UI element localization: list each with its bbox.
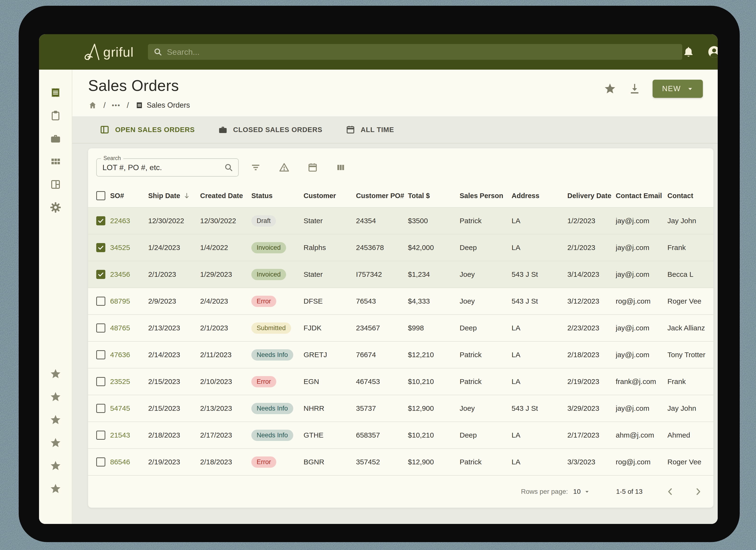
- status-badge: Invoiced: [251, 242, 286, 254]
- column-header-contact[interactable]: Contact: [667, 192, 713, 200]
- column-header-customer[interactable]: Customer: [304, 192, 356, 200]
- column-header-delivery[interactable]: Delivery Date: [567, 192, 616, 200]
- warnings-button[interactable]: [278, 162, 290, 173]
- favorite-star[interactable]: [49, 460, 62, 472]
- date-range-icon: [307, 162, 318, 173]
- row-checkbox[interactable]: [96, 296, 105, 306]
- column-header-sales[interactable]: Sales Person: [460, 192, 512, 200]
- table-search-input[interactable]: [102, 163, 224, 172]
- tab-all-time[interactable]: ALL TIME: [345, 125, 394, 135]
- cell-contact: Ahmed: [667, 431, 713, 439]
- row-checkbox[interactable]: [96, 404, 105, 413]
- rows-per-page-select[interactable]: 10: [573, 488, 590, 495]
- row-checkbox[interactable]: [96, 216, 105, 225]
- row-checkbox[interactable]: [96, 270, 105, 279]
- favorite-star[interactable]: [49, 368, 62, 380]
- row-checkbox[interactable]: [96, 243, 105, 252]
- global-search-input[interactable]: [167, 47, 677, 57]
- so-number-link[interactable]: 68795: [110, 297, 130, 305]
- table-row[interactable]: 547452/15/20232/13/2023Needs InfoNHRR357…: [88, 395, 713, 421]
- so-number-link[interactable]: 47636: [110, 351, 130, 358]
- row-checkbox[interactable]: [96, 431, 105, 440]
- app-logo: griful: [82, 40, 134, 63]
- favorite-star[interactable]: [49, 414, 62, 426]
- filter-button[interactable]: [250, 162, 261, 173]
- app-logo-text: griful: [103, 44, 134, 60]
- apps-grid-icon: [50, 156, 61, 167]
- cell-email: jay@j.com: [616, 270, 667, 278]
- tab-closed-sales-orders[interactable]: CLOSED SALES ORDERS: [218, 125, 322, 135]
- table-search-field[interactable]: Search: [96, 158, 239, 177]
- column-header-created[interactable]: Created Date: [200, 192, 251, 200]
- table-row[interactable]: 215432/18/20232/17/2023Needs InfoGTHE658…: [88, 421, 713, 448]
- date-range-button[interactable]: [307, 162, 318, 173]
- favorite-button[interactable]: [603, 82, 617, 96]
- so-number-link[interactable]: 22463: [110, 217, 130, 225]
- previous-page-button[interactable]: [666, 487, 675, 496]
- so-number-link[interactable]: 34525: [110, 244, 130, 252]
- cell-total: $12,210: [408, 351, 460, 359]
- cell-total: $12,900: [408, 458, 460, 466]
- so-number-link[interactable]: 54745: [110, 404, 130, 412]
- favorite-star[interactable]: [49, 391, 62, 403]
- next-page-button[interactable]: [693, 487, 703, 496]
- settings-icon: [50, 202, 62, 214]
- new-button[interactable]: NEW: [653, 80, 703, 98]
- column-header-status[interactable]: Status: [251, 192, 304, 200]
- breadcrumb-current[interactable]: Sales Orders: [135, 101, 190, 110]
- download-icon: [628, 82, 641, 95]
- table-row[interactable]: 234562/1/20231/29/2023InvoicedStaterI757…: [88, 261, 713, 287]
- table-row[interactable]: 476362/14/20232/11/2023Needs InfoGRETJ76…: [88, 341, 713, 368]
- row-checkbox[interactable]: [96, 350, 105, 359]
- cell-customer: Stater: [304, 217, 356, 225]
- cell-customer: GRETJ: [304, 351, 356, 359]
- cell-created: 2/10/2023: [200, 377, 251, 386]
- sidebar-item-layout[interactable]: [49, 178, 62, 191]
- status-badge: Error: [251, 296, 276, 307]
- row-checkbox[interactable]: [96, 323, 105, 332]
- row-checkbox[interactable]: [96, 377, 105, 386]
- global-search[interactable]: [148, 44, 682, 60]
- table-row[interactable]: 865462/19/20232/18/2023ErrorBGNR357452$1…: [88, 448, 713, 475]
- column-header-ship[interactable]: Ship Date: [148, 192, 200, 200]
- so-number-link[interactable]: 86546: [110, 458, 130, 466]
- sidebar-item-clipboard[interactable]: [49, 109, 62, 122]
- breadcrumb-ellipsis[interactable]: •••: [112, 102, 120, 109]
- home-icon[interactable]: [88, 101, 97, 110]
- table-row[interactable]: 2246312/30/202212/30/2022DraftStater2435…: [88, 207, 713, 234]
- table-row[interactable]: 345251/24/20231/4/2022InvoicedRalphs2453…: [88, 234, 713, 261]
- so-number-link[interactable]: 23525: [110, 377, 130, 385]
- table-row[interactable]: 687952/9/20232/4/2023ErrorDFSE76543$4,33…: [88, 287, 713, 314]
- so-number-link[interactable]: 48765: [110, 324, 130, 332]
- favorite-star[interactable]: [49, 482, 62, 495]
- sidebar-item-settings[interactable]: [49, 201, 62, 214]
- cell-ship: 2/9/2023: [148, 297, 200, 305]
- cell-po: 76543: [356, 297, 408, 305]
- cell-created: 2/13/2023: [200, 404, 251, 412]
- column-header-total[interactable]: Total $: [408, 192, 460, 200]
- column-header-po[interactable]: Customer PO#: [356, 192, 408, 200]
- manage-columns-button[interactable]: [335, 162, 346, 173]
- table-row[interactable]: 235252/15/20232/10/2023ErrorEGN467453$10…: [88, 368, 713, 395]
- cell-created: 2/1/2023: [200, 324, 251, 332]
- account-button[interactable]: [707, 45, 718, 59]
- column-header-so[interactable]: SO#: [110, 192, 148, 200]
- so-number-link[interactable]: 21543: [110, 431, 130, 439]
- download-button[interactable]: [628, 82, 641, 95]
- search-icon[interactable]: [224, 163, 233, 172]
- cell-po: 35737: [356, 404, 408, 412]
- row-checkbox[interactable]: [96, 457, 105, 466]
- select-all-checkbox[interactable]: [96, 191, 105, 200]
- cell-sales: Joey: [460, 270, 512, 278]
- sidebar-item-apps[interactable]: [49, 155, 62, 168]
- favorite-star[interactable]: [49, 437, 62, 449]
- sidebar-item-briefcase[interactable]: [49, 132, 62, 145]
- cell-delivery: 2/1/2023: [567, 244, 616, 252]
- column-header-address[interactable]: Address: [512, 192, 567, 200]
- so-number-link[interactable]: 23456: [110, 270, 130, 278]
- notifications-button[interactable]: [682, 46, 695, 58]
- column-header-email[interactable]: Contact Email: [616, 192, 667, 200]
- table-row[interactable]: 487652/13/20232/1/2023SubmittedFJDK23456…: [88, 314, 713, 341]
- sidebar-item-sales-orders[interactable]: [49, 86, 62, 99]
- tab-open-sales-orders[interactable]: OPEN SALES ORDERS: [99, 124, 195, 135]
